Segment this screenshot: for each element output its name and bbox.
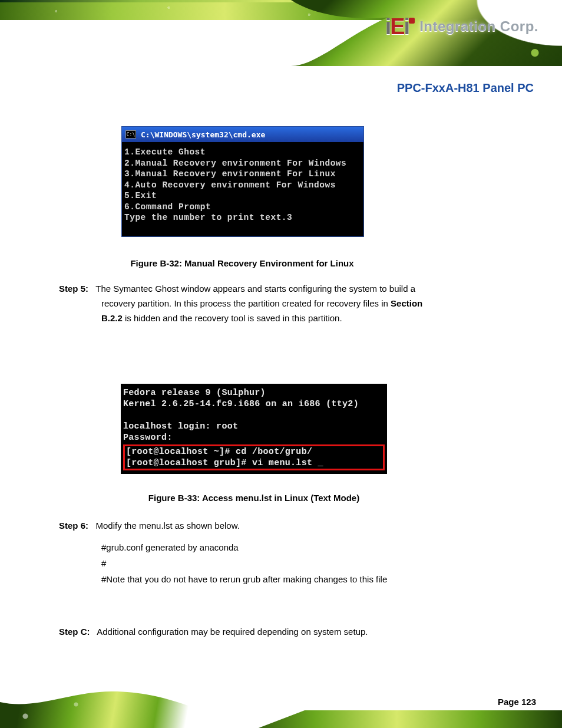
logo-text: Integration Corp.: [419, 18, 538, 35]
grub-conf-block: #grub.conf generated by anaconda # #Note…: [101, 539, 507, 587]
grub-line: #: [101, 555, 507, 571]
footer-swoosh-left: [0, 669, 253, 728]
cmd-titlebar: C:\ C:\WINDOWS\system32\cmd.exe: [122, 127, 363, 142]
cmd-menu-item: 1.Execute Ghost: [124, 147, 361, 158]
cmd-menu-item: 5.Exit: [124, 190, 361, 202]
step5-block: Step 5: The Symantec Ghost window appear…: [59, 282, 507, 325]
linux-line: Kernel 2.6.25-14.fc9.i686 on an i686 (tt…: [123, 398, 385, 410]
step5-text2: recovery partition. In this process the …: [101, 298, 391, 308]
linux-blank: [123, 410, 385, 421]
brand-logo: iEi Integration Corp.: [385, 15, 538, 38]
cmd-menu-item: 4.Auto Recovery environment For Windows: [124, 180, 361, 191]
linux-line: [root@localhost ~]# cd /boot/grub/: [126, 446, 382, 457]
linux-terminal: Fedora release 9 (Sulphur) Kernel 2.6.25…: [121, 384, 387, 474]
step5-sectnum: B.2.2: [101, 313, 123, 323]
cmd-prompt: Type the number to print text.3: [124, 212, 361, 223]
cmd-menu-item: 3.Manual Recovery environment For Linux: [124, 169, 361, 180]
step6-block: Step 6: Modify the menu.lst as shown bel…: [59, 519, 507, 587]
cmd-body: 1.Execute Ghost2.Manual Recovery environ…: [122, 142, 363, 236]
step5-sectref: Section: [391, 298, 422, 308]
grub-line: #Note that you do not have to rerun grub…: [101, 571, 507, 587]
figure-caption-2: Figure B-33: Access menu.lst in Linux (T…: [121, 493, 387, 503]
cmd-icon: C:\: [125, 130, 136, 139]
cmd-menu-item: 6.Command Prompt: [124, 202, 361, 213]
cmd-menu-item: 2.Manual Recovery environment For Window…: [124, 158, 361, 169]
footer-banner: Page 123: [0, 669, 562, 728]
grub-line: #grub.conf generated by anaconda: [101, 539, 507, 555]
product-title: PPC-FxxA-H81 Panel PC: [397, 81, 534, 95]
linux-highlight-box: [root@localhost ~]# cd /boot/grub/ [root…: [123, 444, 385, 470]
header-banner: iEi Integration Corp.: [0, 0, 562, 66]
cmd-title: C:\WINDOWS\system32\cmd.exe: [141, 130, 265, 139]
linux-line: localhost login: root: [123, 421, 385, 432]
step6-label: Step 6:: [59, 521, 88, 531]
stepC-block: Step C: Additional configuration may be …: [59, 625, 507, 640]
step5-text3: is hidden and the recovery tool is saved…: [125, 313, 342, 323]
step5-text1: The Symantec Ghost window appears and st…: [95, 284, 415, 294]
linux-line: Password:: [123, 432, 385, 443]
linux-line: [root@localhost grub]# vi menu.lst _: [126, 457, 382, 469]
linux-line: Fedora release 9 (Sulphur): [123, 387, 385, 398]
cmd-window: C:\ C:\WINDOWS\system32\cmd.exe 1.Execut…: [121, 126, 364, 237]
stepC-text1: Additional configuration may be required…: [97, 627, 368, 637]
figure-caption-1: Figure B-32: Manual Recovery Environment…: [121, 258, 363, 268]
stepC-label: Step C:: [59, 627, 90, 637]
step6-text1: Modify the menu.lst as shown below.: [96, 521, 240, 531]
page-number: Page 123: [498, 697, 536, 707]
step5-label: Step 5:: [59, 284, 88, 294]
footer-swoosh-right: [232, 710, 562, 728]
logo-mark-icon: iEi: [385, 15, 415, 38]
